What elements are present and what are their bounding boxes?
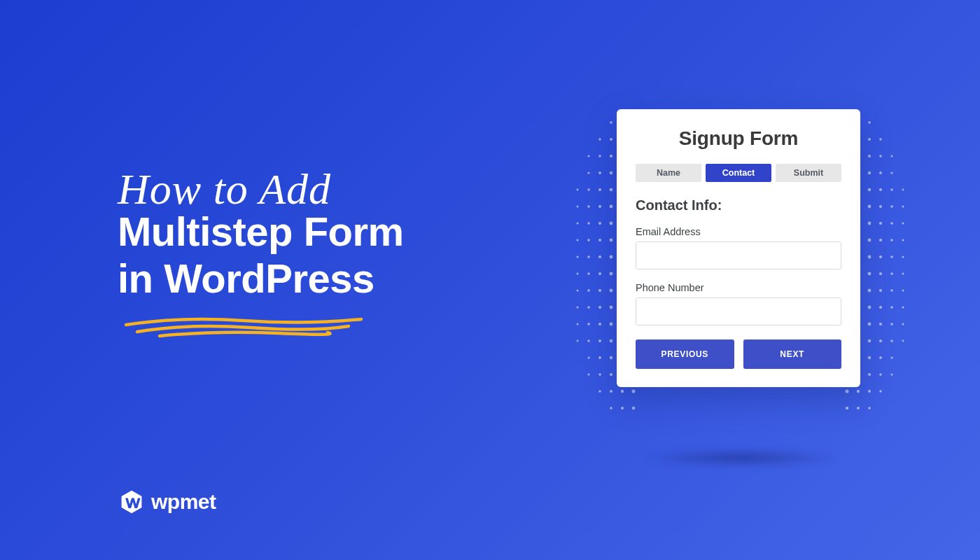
svg-point-76 (577, 340, 579, 342)
svg-point-80 (598, 356, 601, 359)
form-title: Signup Form (636, 127, 841, 150)
svg-point-64 (577, 307, 579, 309)
svg-point-45 (587, 255, 590, 258)
svg-point-186 (857, 407, 860, 410)
svg-point-151 (890, 289, 893, 292)
svg-point-105 (891, 155, 893, 158)
svg-point-149 (868, 289, 872, 293)
previous-button[interactable]: PREVIOUS (636, 340, 734, 369)
svg-point-6 (598, 138, 601, 140)
phone-field-group: Phone Number (636, 282, 841, 326)
svg-point-125 (868, 222, 872, 225)
svg-point-184 (879, 390, 881, 392)
svg-point-44 (598, 255, 601, 258)
svg-point-128 (902, 223, 904, 225)
svg-point-49 (610, 272, 613, 276)
svg-point-26 (598, 205, 601, 208)
svg-point-9 (610, 155, 612, 158)
svg-point-144 (879, 272, 882, 275)
svg-point-50 (598, 272, 601, 275)
svg-point-2 (610, 121, 612, 124)
svg-point-110 (890, 172, 892, 174)
svg-point-61 (610, 306, 613, 309)
svg-point-164 (902, 323, 904, 326)
svg-point-22 (577, 189, 579, 191)
svg-point-138 (879, 255, 882, 258)
svg-point-126 (879, 222, 882, 225)
svg-point-178 (868, 373, 871, 376)
svg-point-11 (588, 155, 590, 158)
section-heading: Contact Info: (636, 197, 841, 214)
svg-point-19 (610, 188, 613, 192)
brand-logo: wpmet (119, 489, 216, 514)
svg-point-57 (587, 289, 590, 292)
svg-point-162 (879, 323, 882, 326)
svg-point-143 (868, 272, 872, 276)
phone-input[interactable] (636, 298, 841, 326)
svg-point-183 (868, 390, 871, 393)
svg-point-62 (598, 306, 601, 309)
svg-point-28 (577, 206, 579, 208)
svg-point-31 (610, 222, 613, 225)
svg-point-145 (890, 272, 893, 275)
email-input[interactable] (636, 241, 841, 270)
svg-point-90 (598, 390, 601, 392)
svg-point-115 (890, 188, 892, 190)
svg-point-109 (879, 172, 882, 174)
svg-point-103 (868, 155, 871, 158)
svg-point-27 (587, 205, 590, 208)
card-shadow (638, 448, 841, 468)
svg-point-174 (879, 356, 882, 359)
next-button[interactable]: NEXT (743, 340, 842, 369)
email-field-group: Email Address (636, 226, 841, 270)
svg-point-14 (610, 172, 612, 174)
svg-point-51 (587, 272, 590, 275)
svg-point-81 (587, 356, 589, 358)
svg-point-155 (868, 306, 872, 309)
svg-point-181 (846, 390, 849, 393)
svg-point-134 (902, 239, 904, 241)
tab-submit[interactable]: Submit (776, 164, 841, 182)
svg-point-43 (610, 255, 613, 259)
svg-point-121 (890, 205, 893, 208)
email-label: Email Address (636, 226, 841, 237)
svg-point-37 (610, 239, 613, 242)
svg-point-89 (610, 390, 612, 393)
svg-point-173 (868, 356, 871, 359)
svg-point-38 (598, 239, 601, 241)
svg-point-15 (598, 172, 601, 174)
tab-contact[interactable]: Contact (706, 164, 771, 182)
svg-point-33 (587, 222, 590, 225)
svg-point-5 (610, 138, 612, 141)
svg-point-167 (868, 340, 872, 343)
svg-point-179 (879, 373, 882, 376)
svg-point-16 (587, 172, 589, 174)
svg-point-56 (598, 289, 601, 292)
svg-point-131 (868, 239, 872, 242)
svg-point-146 (902, 273, 904, 275)
svg-point-52 (577, 273, 579, 275)
tab-name[interactable]: Name (636, 164, 701, 182)
step-tabs: Name Contact Submit (636, 164, 841, 182)
svg-point-32 (598, 222, 601, 225)
svg-point-46 (577, 256, 579, 258)
svg-point-104 (879, 155, 882, 158)
svg-point-75 (587, 340, 589, 342)
scribble-underline-icon (118, 312, 370, 340)
svg-point-120 (879, 205, 882, 208)
svg-point-152 (902, 290, 904, 292)
svg-point-86 (588, 374, 590, 376)
phone-label: Phone Number (636, 282, 841, 293)
svg-point-40 (577, 239, 579, 241)
svg-point-133 (890, 239, 893, 241)
svg-point-170 (902, 340, 904, 342)
svg-point-34 (577, 223, 579, 225)
svg-point-169 (890, 340, 892, 342)
svg-point-139 (890, 255, 893, 258)
svg-point-168 (879, 340, 882, 342)
svg-point-92 (621, 407, 624, 410)
svg-point-88 (621, 390, 624, 393)
svg-point-25 (610, 205, 613, 209)
svg-point-10 (598, 155, 601, 158)
svg-point-87 (632, 390, 636, 393)
